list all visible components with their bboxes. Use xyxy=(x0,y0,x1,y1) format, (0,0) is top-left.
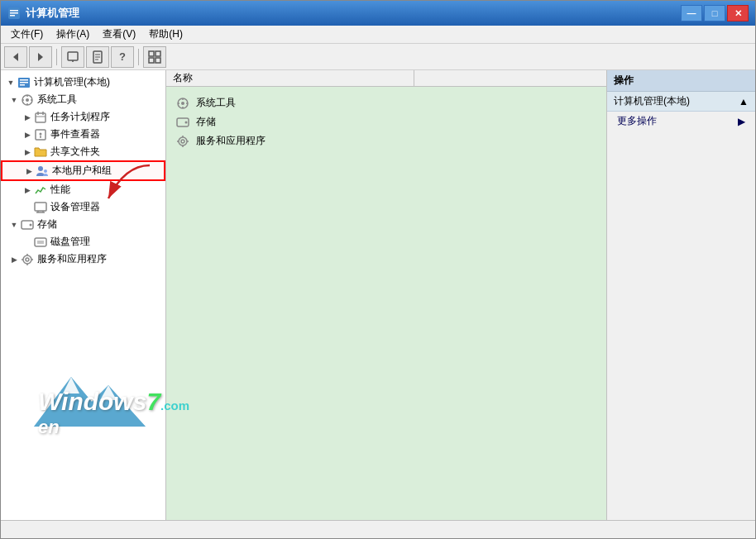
shared-folders-label: 共享文件夹 xyxy=(50,145,100,159)
svg-rect-26 xyxy=(36,113,45,122)
system-tools-content-icon xyxy=(176,97,189,110)
svg-rect-3 xyxy=(10,15,15,17)
svg-rect-12 xyxy=(149,51,154,56)
services-apps-label: 服务和应用程序 xyxy=(37,252,107,266)
expand-storage[interactable]: ▼ xyxy=(7,218,21,231)
svg-rect-19 xyxy=(20,84,25,86)
svg-point-57 xyxy=(185,121,188,123)
tree-disk-management[interactable]: ▶ 磁盘管理 xyxy=(1,233,165,250)
storage-content-icon xyxy=(176,116,189,129)
status-bar xyxy=(1,520,755,538)
svg-rect-41 xyxy=(35,238,46,246)
storage-content-label: 存储 xyxy=(196,115,216,129)
maximize-button[interactable]: □ xyxy=(704,5,725,21)
more-actions-arrow-icon: ▶ xyxy=(738,116,745,127)
device-manager-label: 设备管理器 xyxy=(50,200,100,214)
menu-bar: 文件(F) 操作(A) 查看(V) 帮助(H) xyxy=(1,26,755,44)
expand-local-users[interactable]: ▶ xyxy=(22,165,36,178)
column-header: 名称 xyxy=(166,70,606,87)
svg-point-34 xyxy=(44,169,47,173)
tree-performance[interactable]: ▶ 性能 xyxy=(1,181,165,198)
svg-marker-5 xyxy=(38,53,43,61)
svg-rect-14 xyxy=(149,58,154,63)
tree-system-tools[interactable]: ▼ 系统工具 xyxy=(1,91,165,108)
svg-rect-15 xyxy=(156,58,160,63)
expand-services-apps[interactable]: ▶ xyxy=(7,253,21,266)
toolbar-separator-1 xyxy=(56,49,57,65)
svg-rect-1 xyxy=(10,10,18,12)
menu-view[interactable]: 查看(V) xyxy=(96,26,142,43)
tree-scheduled-tasks[interactable]: ▶ 任务计划程序 xyxy=(1,108,165,126)
menu-file[interactable]: 文件(F) xyxy=(4,26,50,43)
svg-rect-17 xyxy=(20,79,28,81)
svg-point-45 xyxy=(26,258,29,261)
performance-icon xyxy=(34,184,47,197)
expand-event-viewer[interactable]: ▶ xyxy=(21,128,34,141)
svg-rect-35 xyxy=(35,203,46,211)
right-section-expand-icon: ▲ xyxy=(739,96,749,107)
more-actions-item[interactable]: 更多操作 ▶ xyxy=(607,112,755,131)
svg-point-58 xyxy=(179,137,187,145)
expand-system-tools[interactable]: ▼ xyxy=(7,93,21,107)
shared-folders-icon xyxy=(34,145,47,159)
event-viewer-label: 事件查看器 xyxy=(50,127,100,141)
services-content-label: 服务和应用程序 xyxy=(196,134,266,148)
expand-scheduled-tasks[interactable]: ▶ xyxy=(21,111,34,124)
properties-button[interactable] xyxy=(86,46,109,68)
menu-help[interactable]: 帮助(H) xyxy=(142,26,189,43)
menu-action[interactable]: 操作(A) xyxy=(50,26,96,43)
expand-performance[interactable]: ▶ xyxy=(21,184,34,197)
right-panel-title: 操作 xyxy=(607,70,755,92)
window-title: 计算机管理 xyxy=(26,6,681,21)
svg-point-21 xyxy=(26,98,29,102)
expand-root[interactable]: ▼ xyxy=(4,76,17,89)
toolbar: ? xyxy=(1,44,755,70)
svg-point-40 xyxy=(30,223,32,226)
svg-point-51 xyxy=(181,102,184,105)
disk-management-icon xyxy=(34,236,47,249)
services-content-icon xyxy=(176,135,189,148)
content-list: 系统工具 存储 xyxy=(166,87,606,157)
root-label: 计算机管理(本地) xyxy=(34,75,110,89)
main-area-wrapper: ▼ 计算机管理(本地) ▼ xyxy=(1,70,755,520)
up-button[interactable] xyxy=(61,46,84,68)
svg-rect-6 xyxy=(68,52,78,60)
tree-device-manager[interactable]: ▶ 设备管理器 xyxy=(1,198,165,216)
forward-button[interactable] xyxy=(29,46,52,68)
help-button[interactable]: ? xyxy=(111,46,134,68)
window-controls: — □ ✕ xyxy=(681,5,749,21)
window-icon xyxy=(7,7,21,20)
toolbar-separator-2 xyxy=(138,49,139,65)
left-panel[interactable]: ▼ 计算机管理(本地) ▼ xyxy=(1,70,166,520)
more-actions-label: 更多操作 xyxy=(617,114,657,128)
scheduled-tasks-icon xyxy=(34,111,47,124)
tree-services-apps[interactable]: ▶ 服务和应用程序 xyxy=(1,250,165,268)
list-item[interactable]: 系统工具 xyxy=(170,93,603,112)
view-button[interactable] xyxy=(143,46,166,68)
disk-management-label: 磁盘管理 xyxy=(50,235,90,249)
middle-panel: 名称 xyxy=(166,70,606,520)
system-tools-content-label: 系统工具 xyxy=(196,96,236,110)
tree-local-users[interactable]: ▶ 本地用户和组 xyxy=(1,160,165,181)
tree-event-viewer[interactable]: ▶ 事件查看器 xyxy=(1,126,165,143)
tree-shared-folders[interactable]: ▶ 共享文件夹 xyxy=(1,143,165,160)
tree-root[interactable]: ▼ 计算机管理(本地) xyxy=(1,74,165,91)
svg-point-59 xyxy=(181,140,184,143)
list-item[interactable]: 存储 xyxy=(170,112,603,131)
name-column-header: 名称 xyxy=(166,70,414,86)
svg-point-44 xyxy=(23,255,31,264)
event-viewer-icon xyxy=(34,128,47,141)
back-button[interactable] xyxy=(4,46,27,68)
list-item[interactable]: 服务和应用程序 xyxy=(170,131,603,150)
svg-rect-18 xyxy=(20,82,28,83)
minimize-button[interactable]: — xyxy=(681,5,702,21)
tree-storage[interactable]: ▼ 存储 xyxy=(1,216,165,233)
svg-marker-4 xyxy=(13,53,18,61)
right-section-header: 计算机管理(本地) ▲ xyxy=(607,92,755,112)
scheduled-tasks-label: 任务计划程序 xyxy=(50,110,110,124)
expand-shared-folders[interactable]: ▶ xyxy=(21,145,34,159)
svg-rect-2 xyxy=(10,12,18,14)
close-button[interactable]: ✕ xyxy=(727,5,749,21)
local-users-label: 本地用户和组 xyxy=(52,164,112,178)
storage-icon xyxy=(21,218,34,231)
